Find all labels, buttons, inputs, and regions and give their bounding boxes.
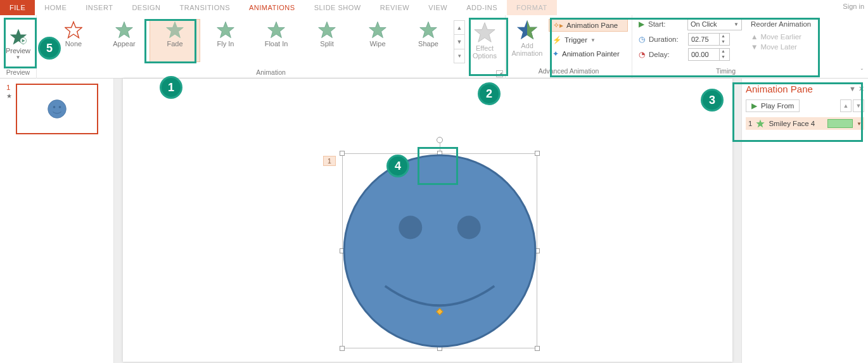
- group-label-preview: Preview: [0, 68, 36, 79]
- move-earlier-button[interactable]: ▲Move Earlier: [751, 33, 811, 41]
- animation-pane-button[interactable]: ✧▸ Animation Pane: [549, 19, 628, 32]
- move-later-button[interactable]: ▼Move Later: [751, 43, 811, 51]
- gallery-item-floatin[interactable]: Float In: [251, 19, 302, 62]
- entry-name: Smiley Face 4: [769, 120, 824, 127]
- add-animation-star-icon: [516, 19, 538, 41]
- callout-1: 1: [160, 76, 182, 99]
- reorder-animation-label: Reorder Animation: [751, 18, 811, 30]
- painter-label: Animation Painter: [562, 50, 620, 58]
- delay-label: Delay:: [649, 51, 684, 58]
- start-label: Start:: [648, 20, 684, 28]
- tab-file[interactable]: FILE: [0, 0, 35, 15]
- svg-marker-9: [369, 22, 386, 37]
- move-down-mini-button[interactable]: ▼: [853, 99, 864, 112]
- gallery-item-fade[interactable]: Fade: [150, 19, 200, 62]
- svg-marker-20: [756, 120, 765, 128]
- svg-marker-13: [527, 20, 537, 40]
- gallery-item-split[interactable]: Split: [302, 19, 352, 62]
- advanced-list: ✧▸ Animation Pane ⚡ Trigger ▼ ✦ Animatio…: [549, 18, 628, 67]
- tab-review[interactable]: REVIEW: [371, 0, 419, 15]
- slide-thumbnails-panel: 1 ★: [0, 79, 114, 363]
- entry-dropdown-icon[interactable]: ▼: [857, 121, 862, 127]
- delay-spinner[interactable]: ▲▼: [719, 49, 727, 60]
- tab-animations[interactable]: ANIMATIONS: [239, 0, 305, 15]
- move-up-mini-button[interactable]: ▲: [840, 99, 852, 112]
- animation-gallery: None Appear Fade Fly In Float In: [37, 16, 507, 67]
- slide-thumbnail-1[interactable]: [16, 84, 98, 134]
- animation-painter-button[interactable]: ✦ Animation Painter: [549, 48, 628, 60]
- move-later-label: Move Later: [760, 43, 797, 51]
- play-from-label: Play From: [761, 102, 794, 110]
- callout-5: 5: [38, 37, 61, 60]
- slide[interactable]: 1: [123, 79, 732, 362]
- ribbon: Preview ▼ Preview None Appear Fade: [0, 15, 868, 79]
- gallery-scroll-more[interactable]: ▾: [454, 49, 464, 63]
- move-earlier-label: Move Earlier: [760, 33, 801, 41]
- start-value: On Click: [691, 20, 717, 28]
- group-label-advanced: Advanced Animation: [506, 67, 632, 77]
- workspace: 1 ★: [0, 79, 868, 363]
- gallery-item-wipe[interactable]: Wipe: [352, 19, 403, 62]
- add-animation-button[interactable]: Add Animation: [509, 18, 545, 67]
- add-animation-label: Add Animation: [509, 42, 545, 57]
- tab-format[interactable]: FORMAT: [507, 0, 557, 15]
- tab-home[interactable]: HOME: [35, 0, 76, 15]
- gallery-scroll-up[interactable]: ▲: [454, 21, 464, 35]
- animation-pane-title: Animation Pane: [746, 84, 813, 94]
- duration-label: Duration:: [649, 35, 684, 43]
- svg-marker-8: [319, 22, 336, 37]
- animation-order-tag[interactable]: 1: [323, 156, 336, 166]
- down-caret-icon: ▼: [751, 43, 758, 51]
- tab-design[interactable]: DESIGN: [122, 0, 170, 15]
- shape-star-icon: [419, 21, 437, 39]
- appear-star-icon: [115, 21, 133, 39]
- duration-input[interactable]: 02.75 ▲▼: [688, 33, 730, 46]
- play-from-button[interactable]: ▶ Play From: [746, 99, 800, 112]
- tab-view[interactable]: VIEW: [419, 0, 457, 15]
- delay-clock-icon: ◔: [639, 50, 645, 59]
- trigger-icon: ⚡: [552, 35, 561, 44]
- gallery-item-flyin[interactable]: Fly In: [200, 19, 251, 62]
- svg-marker-5: [167, 22, 184, 37]
- gallery-label: Shape: [404, 40, 453, 48]
- smiley-shape-selection[interactable]: 1: [342, 153, 537, 348]
- duration-spinner[interactable]: ▲▼: [719, 34, 727, 45]
- gallery-scroll-down[interactable]: ▼: [454, 35, 464, 49]
- group-label-timing: Timing: [632, 67, 819, 77]
- start-select[interactable]: On Click ▼: [687, 18, 742, 30]
- collapse-ribbon-icon[interactable]: ˇ: [861, 68, 863, 75]
- pane-options-icon[interactable]: ▼: [849, 85, 856, 93]
- animation-pane-label: Animation Pane: [566, 22, 618, 29]
- dropdown-caret-icon: ▼: [734, 22, 739, 27]
- sign-in-link[interactable]: Sign in: [843, 3, 864, 10]
- tab-transitions[interactable]: TRANSITIONS: [170, 0, 239, 15]
- tab-insert[interactable]: INSERT: [76, 0, 122, 15]
- slide-canvas-area: 1: [114, 79, 741, 363]
- gallery-item-shape[interactable]: Shape: [403, 19, 454, 62]
- animation-dialog-launcher[interactable]: ◢: [496, 70, 503, 77]
- play-icon: ▶: [751, 101, 757, 110]
- tab-slideshow[interactable]: SLIDE SHOW: [305, 0, 371, 15]
- gallery-label: Fade: [150, 40, 200, 48]
- trigger-label: Trigger: [565, 36, 587, 44]
- delay-input[interactable]: 00.00 ▲▼: [688, 48, 730, 61]
- effect-options-label: Effect Options: [465, 44, 504, 60]
- effect-options-button[interactable]: Effect Options: [465, 19, 504, 60]
- trigger-button[interactable]: ⚡ Trigger ▼: [549, 34, 628, 46]
- preview-button[interactable]: Preview ▼: [0, 24, 36, 60]
- callout-2: 2: [478, 82, 501, 105]
- group-animation: None Appear Fade Fly In Float In: [37, 15, 506, 79]
- thumb-anim-star-icon: ★: [6, 92, 12, 99]
- svg-marker-10: [420, 22, 437, 37]
- tab-addins[interactable]: ADD-INS: [457, 0, 507, 15]
- svg-point-16: [59, 106, 61, 108]
- smiley-face-shape: [342, 153, 537, 348]
- gallery-item-appear[interactable]: Appear: [99, 19, 150, 62]
- dropdown-caret-icon: ▼: [590, 37, 596, 43]
- svg-point-15: [53, 106, 56, 108]
- svg-marker-6: [217, 22, 234, 37]
- rotate-handle[interactable]: [437, 137, 443, 143]
- svg-point-19: [457, 216, 481, 239]
- pane-close-icon[interactable]: ✕: [858, 85, 864, 93]
- animation-entry-1[interactable]: 1 Smiley Face 4 ▼: [746, 117, 864, 130]
